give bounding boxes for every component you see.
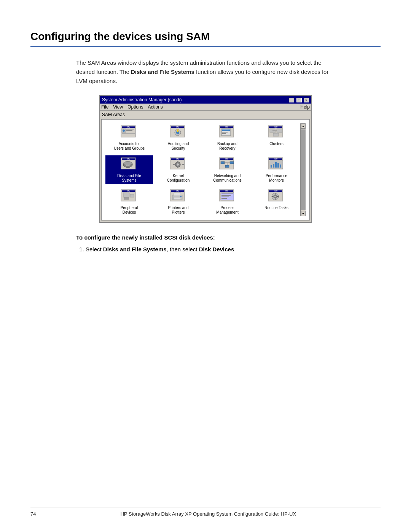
page-container: Configuring the devices using SAM The SA… — [0, 0, 411, 532]
sam-item-networking[interactable]: SAM Networking andCommunications — [204, 155, 251, 184]
sam-icon-disks: SAM — [120, 157, 139, 172]
sam-label-clusters: Clusters — [269, 142, 284, 146]
svg-rect-59 — [280, 165, 281, 168]
svg-rect-77 — [221, 193, 233, 194]
step-1-bold2: Disk Devices — [199, 246, 234, 252]
sam-item-printers[interactable]: SAM Printers andPlotters — [155, 187, 202, 216]
svg-rect-46 — [221, 161, 225, 164]
sam-label-accounts: Accounts forUsers and Groups — [114, 142, 145, 151]
sam-label-auditing: Auditing andSecurity — [168, 142, 189, 151]
svg-rect-58 — [277, 163, 279, 168]
sam-titlebar-buttons: _ □ × — [288, 97, 309, 102]
svg-rect-19 — [222, 133, 226, 134]
sam-label-routine: Routine Tasks — [264, 206, 288, 210]
svg-rect-5 — [126, 130, 132, 131]
svg-rect-42 — [182, 164, 184, 165]
menu-help[interactable]: Help — [300, 104, 310, 110]
sam-item-process[interactable]: SAM ProcessManagement — [204, 187, 251, 216]
svg-rect-48 — [225, 165, 229, 168]
svg-point-86 — [274, 196, 276, 197]
svg-text:SAM: SAM — [127, 190, 130, 192]
svg-rect-78 — [221, 195, 231, 196]
svg-rect-80 — [221, 198, 227, 199]
footer: 74 HP StorageWorks Disk Array XP Operati… — [30, 508, 381, 517]
sam-close-btn[interactable]: × — [304, 98, 309, 102]
sam-scrollbar[interactable]: ▲ ▼ — [300, 123, 306, 216]
svg-rect-71 — [174, 197, 181, 200]
menu-actions[interactable]: Actions — [148, 104, 163, 110]
menu-file[interactable]: File — [101, 104, 108, 110]
sam-menubar: File View Options Actions Help — [100, 104, 311, 111]
menu-view[interactable]: View — [113, 104, 123, 110]
sam-item-accounts[interactable]: SAM Accounts forUsers and Groups — [105, 123, 153, 152]
sam-titlebar: System Administration Manager (sandi) _ … — [100, 96, 311, 104]
intro-paragraph: The SAM Areas window displays the system… — [76, 58, 335, 86]
footer-document-title: HP StorageWorks Disk Array XP Operating … — [36, 511, 381, 517]
sam-label-performance: PerformanceMonitors — [266, 174, 287, 183]
scrollbar-down-btn[interactable]: ▼ — [301, 211, 306, 216]
svg-point-3 — [123, 129, 125, 132]
sam-label-kernel: KernelConfiguration — [167, 174, 190, 183]
sam-window: System Administration Manager (sandi) _ … — [99, 95, 312, 223]
sam-item-kernel[interactable]: SAM KernelConfiguration — [155, 155, 202, 184]
svg-rect-6 — [122, 133, 135, 134]
scrollbar-up-btn[interactable]: ▲ — [301, 123, 306, 129]
sam-item-clusters[interactable]: SAM Clusters — [253, 123, 300, 152]
sam-icon-networking: SAM — [218, 157, 237, 172]
sam-icon-routine: SAM — [268, 189, 286, 204]
svg-text:SAM: SAM — [176, 158, 179, 160]
sam-icon-printers: SAM — [169, 189, 188, 204]
sam-icon-performance: SAM — [268, 157, 286, 172]
svg-rect-17 — [222, 129, 230, 131]
sam-areas-label: SAM Areas — [100, 111, 311, 118]
sam-label-peripheral: PeripheralDevices — [121, 206, 138, 215]
menu-options[interactable]: Options — [127, 104, 143, 110]
sam-label-printers: Printers andPlotters — [168, 206, 189, 215]
svg-rect-57 — [275, 162, 277, 168]
sam-item-disks[interactable]: SAM Disks and FileSystems — [105, 155, 153, 184]
svg-text:SAM: SAM — [274, 190, 277, 192]
svg-rect-55 — [271, 165, 272, 168]
svg-text:SAM: SAM — [176, 190, 179, 192]
step-1: Select Disks and File Systems, then sele… — [86, 244, 335, 254]
sam-icon-process: SAM — [218, 189, 237, 204]
svg-text:SAM: SAM — [225, 190, 228, 192]
svg-point-33 — [123, 161, 132, 165]
svg-rect-79 — [221, 197, 229, 197]
sam-icon-clusters: SAM — [268, 125, 286, 140]
svg-text:SAM: SAM — [274, 158, 277, 160]
sam-icons-grid: SAM Accounts forUsers and Groups — [105, 123, 300, 216]
svg-point-38 — [177, 163, 179, 166]
svg-rect-18 — [222, 132, 228, 133]
svg-rect-24 — [277, 129, 282, 133]
sam-icon-peripheral: SAM — [120, 189, 139, 204]
svg-rect-47 — [230, 161, 234, 164]
svg-rect-4 — [126, 129, 134, 129]
svg-rect-39 — [177, 161, 178, 162]
sam-label-disks: Disks and FileSystems — [117, 174, 141, 183]
svg-rect-70 — [174, 193, 181, 196]
svg-text:SAM: SAM — [274, 126, 277, 128]
svg-text:SAM: SAM — [127, 158, 130, 160]
svg-rect-56 — [273, 164, 274, 168]
footer-page-number: 74 — [30, 511, 36, 517]
sam-item-performance[interactable]: SAM PerformanceMonitors — [253, 155, 300, 184]
sam-item-auditing[interactable]: SAM Auditing andSecurity — [155, 123, 202, 152]
sam-item-peripheral[interactable]: SAM PeripheralDevices — [105, 187, 153, 216]
svg-rect-64 — [130, 194, 134, 197]
sam-item-routine[interactable]: SAM Routine Tasks — [253, 187, 300, 216]
svg-text:SAM: SAM — [225, 158, 228, 160]
sam-icon-kernel: SAM — [169, 157, 188, 172]
svg-text:SAM: SAM — [127, 126, 130, 128]
sam-icon-accounts: SAM — [120, 125, 139, 140]
sam-menubar-left: File View Options Actions — [101, 104, 163, 110]
step-1-bold1: Disks and File Systems — [103, 246, 167, 252]
sam-icon-auditing: SAM — [169, 125, 188, 140]
sam-titlebar-title: System Administration Manager (sandi) — [102, 97, 182, 102]
sam-item-backup[interactable]: SAM Backup andRecovery — [204, 123, 251, 152]
page-title: Configuring the devices using SAM — [30, 30, 381, 47]
svg-rect-65 — [124, 197, 129, 200]
sam-minimize-btn[interactable]: _ — [289, 98, 294, 102]
sam-maximize-btn[interactable]: □ — [296, 98, 302, 102]
svg-rect-40 — [177, 167, 178, 168]
